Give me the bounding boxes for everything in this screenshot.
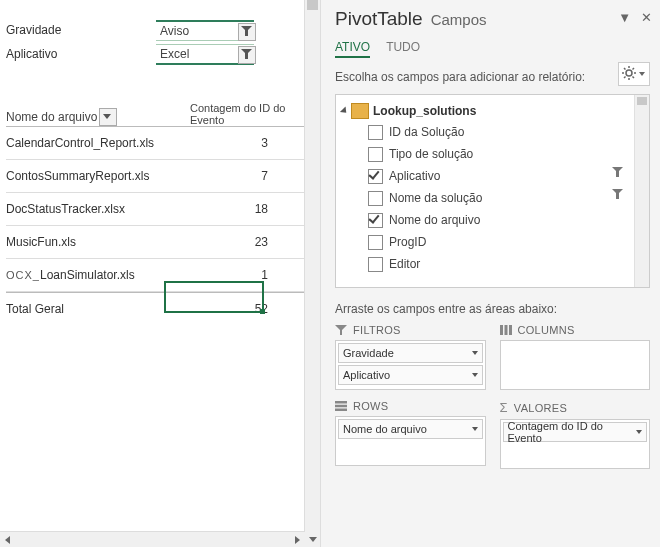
tab-all[interactable]: TUDO	[386, 40, 420, 58]
field-checkbox[interactable]	[368, 257, 383, 272]
field-checkbox[interactable]	[368, 147, 383, 162]
area-field-chip[interactable]: Aplicativo	[338, 365, 483, 385]
scrollbar-thumb[interactable]	[307, 0, 318, 10]
scroll-down-arrow[interactable]	[305, 532, 320, 547]
field-list-scrollbar[interactable]	[634, 95, 649, 287]
grand-total-label: Total Geral	[6, 302, 186, 316]
table-row[interactable]: CalendarControl_Report.xls 3	[6, 127, 314, 160]
svg-line-7	[624, 77, 626, 79]
field-checkbox[interactable]	[368, 125, 383, 140]
area-columns-title: COLUMNS	[518, 324, 575, 336]
field-checkbox[interactable]	[368, 191, 383, 206]
filter-dropdown-button[interactable]	[238, 46, 256, 64]
field-list[interactable]: Lookup_solutions ID da Solução Tipo de s…	[335, 94, 650, 288]
field-label: Nome do arquivo	[389, 213, 480, 227]
table-row[interactable]: MusicFun.xls 23	[6, 226, 314, 259]
row-value: 23	[186, 235, 314, 249]
row-value: 7	[186, 169, 314, 183]
sigma-icon: Σ	[500, 400, 508, 415]
svg-line-5	[624, 68, 626, 70]
expand-icon[interactable]	[340, 106, 349, 115]
filter-label: Gravidade	[6, 23, 156, 37]
filter-dropdown-button[interactable]	[238, 23, 256, 41]
row-name: ContosSummaryReport.xls	[6, 169, 186, 183]
row-name: MusicFun.xls	[6, 235, 186, 249]
pane-title: PivotTable	[335, 8, 423, 30]
field-item[interactable]: ID da Solução	[340, 121, 645, 143]
field-label: Aplicativo	[389, 169, 440, 183]
field-instruction: Escolha os campos para adicionar ao rela…	[335, 70, 650, 84]
field-item[interactable]: ProgID	[340, 231, 645, 253]
row-value: 1	[186, 268, 314, 282]
table-icon	[351, 103, 369, 119]
row-name: OCX_LoanSimulator.xls	[6, 268, 186, 282]
field-item[interactable]: Aplicativo	[340, 165, 645, 187]
svg-line-8	[633, 68, 635, 70]
pane-subtitle: Campos	[431, 11, 487, 28]
area-values[interactable]: Contagem do ID do Evento	[500, 419, 651, 469]
field-item[interactable]: Nome do arquivo	[340, 209, 645, 231]
gear-icon	[622, 66, 636, 80]
svg-rect-13	[335, 405, 347, 408]
field-checkbox[interactable]	[368, 169, 383, 184]
field-label: ProgID	[389, 235, 426, 249]
row-value: 3	[186, 136, 314, 150]
value-field-label: Contagem do ID do Evento	[186, 102, 314, 126]
field-checkbox[interactable]	[368, 235, 383, 250]
filter-value[interactable]: Excel	[156, 44, 254, 65]
row-field-label: Nome do arquivo	[6, 110, 97, 124]
close-pane-button[interactable]: ✕	[641, 10, 652, 25]
area-values-title: VALORES	[514, 402, 567, 414]
table-row[interactable]: DocStatusTracker.xlsx 18	[6, 193, 314, 226]
row-name: CalendarControl_Report.xls	[6, 136, 186, 150]
move-pane-button[interactable]: ▼	[618, 10, 631, 25]
svg-rect-9	[500, 325, 503, 335]
field-label: Nome da solução	[389, 191, 482, 205]
scroll-right-arrow[interactable]	[290, 532, 305, 547]
filter-value[interactable]: Aviso	[156, 20, 254, 41]
svg-rect-11	[509, 325, 512, 335]
table-name: Lookup_solutions	[373, 104, 476, 118]
area-filters[interactable]: GravidadeAplicativo	[335, 340, 486, 390]
area-rows-title: ROWS	[353, 400, 388, 412]
area-columns[interactable]	[500, 340, 651, 390]
horizontal-scrollbar[interactable]	[0, 531, 305, 547]
field-checkbox[interactable]	[368, 213, 383, 228]
field-label: Tipo de solução	[389, 147, 473, 161]
field-label: ID da Solução	[389, 125, 464, 139]
svg-rect-10	[504, 325, 507, 335]
filter-icon	[335, 325, 347, 335]
svg-line-6	[633, 77, 635, 79]
columns-icon	[500, 325, 512, 335]
area-filters-title: FILTROS	[353, 324, 401, 336]
filter-label: Aplicativo	[6, 47, 156, 61]
scroll-left-arrow[interactable]	[0, 532, 15, 547]
tools-button[interactable]	[618, 62, 650, 86]
field-label: Editor	[389, 257, 420, 271]
drag-instruction: Arraste os campos entre as áreas abaixo:	[335, 302, 650, 316]
area-rows[interactable]: Nome do arquivo	[335, 416, 486, 466]
table-row[interactable]: ContosSummaryReport.xls 7	[6, 160, 314, 193]
area-field-chip[interactable]: Contagem do ID do Evento	[503, 422, 648, 442]
table-row[interactable]: OCX_LoanSimulator.xls 1	[6, 259, 314, 292]
vertical-scrollbar[interactable]	[304, 0, 320, 547]
area-field-chip[interactable]: Nome do arquivo	[338, 419, 483, 439]
svg-rect-14	[335, 409, 347, 412]
row-name: DocStatusTracker.xlsx	[6, 202, 186, 216]
field-item[interactable]: Tipo de solução	[340, 143, 645, 165]
rows-icon	[335, 401, 347, 411]
svg-point-0	[626, 70, 632, 76]
svg-rect-12	[335, 401, 347, 404]
field-item[interactable]: Nome da solução	[340, 187, 645, 209]
grand-total-value: 52	[255, 302, 268, 316]
field-item[interactable]: Editor	[340, 253, 645, 275]
row-field-dropdown[interactable]	[99, 108, 117, 126]
tab-active[interactable]: ATIVO	[335, 40, 370, 58]
filter-applied-icon	[612, 167, 623, 181]
row-value: 18	[186, 202, 314, 216]
area-field-chip[interactable]: Gravidade	[338, 343, 483, 363]
filter-applied-icon	[612, 189, 623, 203]
